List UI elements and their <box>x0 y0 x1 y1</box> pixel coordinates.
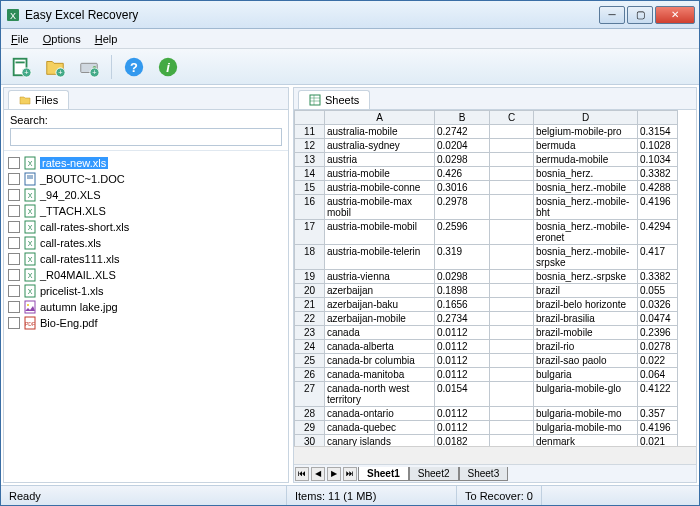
file-name: _94_20.XLS <box>40 189 101 201</box>
table-row[interactable]: 18austria-mobile-telerin0.319bosnia_herz… <box>295 245 678 270</box>
file-checkbox[interactable] <box>8 285 20 297</box>
table-row[interactable]: 21azerbaijan-baku0.1656brazil-belo horiz… <box>295 298 678 312</box>
file-item[interactable]: Xcall-rates.xls <box>6 235 286 251</box>
svg-text:X: X <box>28 192 33 199</box>
file-name: call-rates111.xls <box>40 253 119 265</box>
sheet-tab-2[interactable]: Sheet2 <box>409 467 459 481</box>
file-name: autumn lake.jpg <box>40 301 118 313</box>
file-item[interactable]: Xrates-new.xls <box>6 155 286 171</box>
tab-sheets[interactable]: Sheets <box>298 90 370 109</box>
sheet-nav-first[interactable]: ⏮ <box>295 467 309 481</box>
toolbar-info[interactable]: i <box>154 53 182 81</box>
table-row[interactable]: 14austria-mobile0.426bosnia_herz.0.3382 <box>295 167 678 181</box>
svg-text:X: X <box>28 240 33 247</box>
file-name: rates-new.xls <box>40 157 108 169</box>
minimize-button[interactable]: ─ <box>599 6 625 24</box>
table-row[interactable]: 25canada-br columbia0.0112brazil-sao pao… <box>295 354 678 368</box>
table-row[interactable]: 24canada-alberta0.0112brazil-rio0.0278 <box>295 340 678 354</box>
table-row[interactable]: 27canada-north west territory0.0154bulga… <box>295 382 678 407</box>
svg-text:X: X <box>28 256 33 263</box>
file-item[interactable]: X_TTACH.XLS <box>6 203 286 219</box>
table-row[interactable]: 30canary islands0.0182denmark0.021 <box>295 435 678 447</box>
menu-options[interactable]: Options <box>37 31 87 47</box>
toolbar-open-folder[interactable]: + <box>41 53 69 81</box>
file-checkbox[interactable] <box>8 253 20 265</box>
file-checkbox[interactable] <box>8 173 20 185</box>
table-row[interactable]: 17austria-mobile-mobil0.2596bosnia_herz.… <box>295 220 678 245</box>
svg-text:+: + <box>58 68 62 77</box>
tab-sheets-label: Sheets <box>325 94 359 106</box>
svg-rect-35 <box>25 301 35 313</box>
toolbar-open-file[interactable]: + <box>7 53 35 81</box>
file-item[interactable]: Xcall-rates111.xls <box>6 251 286 267</box>
file-name: _TTACH.XLS <box>40 205 106 217</box>
table-row[interactable]: 15austria-mobile-conne0.3016bosnia_herz.… <box>295 181 678 195</box>
file-item[interactable]: autumn lake.jpg <box>6 299 286 315</box>
svg-text:i: i <box>166 59 170 74</box>
toolbar-scan-drive[interactable]: + <box>75 53 103 81</box>
sheets-panel: Sheets ABCD11australia-mobile0.2742belgi… <box>293 87 697 483</box>
table-row[interactable]: 23canada0.0112brazil-mobile0.2396 <box>295 326 678 340</box>
search-input[interactable] <box>10 128 282 146</box>
tab-files[interactable]: Files <box>8 90 69 109</box>
sheet-tab-1[interactable]: Sheet1 <box>358 467 409 481</box>
sheet-icon <box>309 94 321 106</box>
table-row[interactable]: 11australia-mobile0.2742belgium-mobile-p… <box>295 125 678 139</box>
horizontal-scrollbar[interactable] <box>294 446 696 464</box>
file-name: Bio-Eng.pdf <box>40 317 97 329</box>
table-row[interactable]: 16austria-mobile-max mobil0.2978bosnia_h… <box>295 195 678 220</box>
table-row[interactable]: 20azerbaijan0.1898brazil0.055 <box>295 284 678 298</box>
file-name: call-rates-short.xls <box>40 221 129 233</box>
file-checkbox[interactable] <box>8 317 20 329</box>
table-row[interactable]: 19austria-vienna0.0298bosnia_herz.-srpsk… <box>295 270 678 284</box>
file-checkbox[interactable] <box>8 269 20 281</box>
file-tree[interactable]: Xrates-new.xls_BOUTC~1.DOCX_94_20.XLSX_T… <box>4 151 288 482</box>
search-label: Search: <box>10 114 282 126</box>
status-recover: To Recover: 0 <box>457 486 542 505</box>
svg-text:+: + <box>92 68 96 77</box>
svg-text:X: X <box>28 224 33 231</box>
toolbar: + + + ? i <box>1 49 699 85</box>
spreadsheet-grid[interactable]: ABCD11australia-mobile0.2742belgium-mobi… <box>294 110 696 446</box>
file-item[interactable]: X_R04MAIL.XLS <box>6 267 286 283</box>
table-row[interactable]: 13austria0.0298bermuda-mobile0.1034 <box>295 153 678 167</box>
file-item[interactable]: Xcall-rates-short.xls <box>6 219 286 235</box>
table-row[interactable]: 29canada-quebec0.0112bulgaria-mobile-mo0… <box>295 421 678 435</box>
svg-rect-18 <box>25 173 35 185</box>
svg-rect-39 <box>310 95 320 105</box>
menubar: File Options Help <box>1 29 699 49</box>
file-item[interactable]: _BOUTC~1.DOC <box>6 171 286 187</box>
sheet-nav-last[interactable]: ⏭ <box>343 467 357 481</box>
close-button[interactable]: ✕ <box>655 6 695 24</box>
status-items: Items: 11 (1 MB) <box>287 486 457 505</box>
file-checkbox[interactable] <box>8 157 20 169</box>
titlebar: X Easy Excel Recovery ─ ▢ ✕ <box>1 1 699 29</box>
file-checkbox[interactable] <box>8 221 20 233</box>
tab-files-label: Files <box>35 94 58 106</box>
file-checkbox[interactable] <box>8 301 20 313</box>
svg-text:X: X <box>28 160 33 167</box>
sheet-tab-3[interactable]: Sheet3 <box>459 467 509 481</box>
sheet-nav-next[interactable]: ▶ <box>327 467 341 481</box>
table-row[interactable]: 12australia-sydney0.0204bermuda0.1028 <box>295 139 678 153</box>
files-panel: Files Search: Xrates-new.xls_BOUTC~1.DOC… <box>3 87 289 483</box>
file-name: _R04MAIL.XLS <box>40 269 116 281</box>
file-checkbox[interactable] <box>8 205 20 217</box>
table-row[interactable]: 28canada-ontario0.0112bulgaria-mobile-mo… <box>295 407 678 421</box>
file-checkbox[interactable] <box>8 189 20 201</box>
window-title: Easy Excel Recovery <box>25 8 599 22</box>
menu-help[interactable]: Help <box>89 31 124 47</box>
svg-text:X: X <box>28 208 33 215</box>
table-row[interactable]: 22azerbaijan-mobile0.2734brazil-brasilia… <box>295 312 678 326</box>
svg-text:X: X <box>28 288 33 295</box>
sheet-nav-prev[interactable]: ◀ <box>311 467 325 481</box>
sheet-tabs: ⏮ ◀ ▶ ⏭ Sheet1 Sheet2 Sheet3 <box>294 464 696 482</box>
file-item[interactable]: X_94_20.XLS <box>6 187 286 203</box>
file-checkbox[interactable] <box>8 237 20 249</box>
toolbar-help[interactable]: ? <box>120 53 148 81</box>
maximize-button[interactable]: ▢ <box>627 6 653 24</box>
table-row[interactable]: 26canada-manitoba0.0112bulgaria0.064 <box>295 368 678 382</box>
menu-file[interactable]: File <box>5 31 35 47</box>
file-item[interactable]: Xpricelist-1.xls <box>6 283 286 299</box>
file-item[interactable]: PDFBio-Eng.pdf <box>6 315 286 331</box>
